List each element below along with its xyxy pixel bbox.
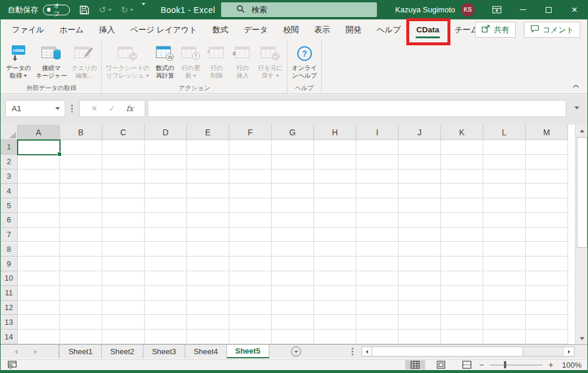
formula-input[interactable] xyxy=(148,100,566,117)
save-icon[interactable] xyxy=(79,5,89,15)
row-header-10[interactable]: 10 xyxy=(1,271,18,286)
tab-データ[interactable]: データ xyxy=(236,19,275,40)
zoom-level[interactable]: 100% xyxy=(559,361,582,369)
formula-bar-handle-icon[interactable] xyxy=(71,105,73,112)
tab-ホーム[interactable]: ホーム xyxy=(52,19,91,40)
column-header-M[interactable]: M xyxy=(526,125,568,140)
page-layout-view-icon xyxy=(436,361,446,369)
redo-button[interactable]: ↻ xyxy=(121,5,134,15)
horizontal-scrollbar-track[interactable] xyxy=(523,347,564,356)
row-header-4[interactable]: 4 xyxy=(1,184,18,198)
row-header-14[interactable]: 14 xyxy=(1,329,18,344)
vertical-scrollbar-thumb[interactable] xyxy=(577,137,587,248)
page-layout-view-button[interactable] xyxy=(431,360,451,369)
sheetbar-resize-handle-icon[interactable] xyxy=(352,348,353,355)
row-header-7[interactable]: 7 xyxy=(1,228,18,242)
normal-view-button[interactable] xyxy=(405,360,425,369)
cancel-icon[interactable]: ✕ xyxy=(91,104,98,113)
scroll-up-icon[interactable] xyxy=(576,125,588,136)
tab-校閲[interactable]: 校閲 xyxy=(276,19,307,40)
column-header-F[interactable]: F xyxy=(229,125,272,140)
ribbon-button-online-help[interactable]: ?オンラインヘルプ xyxy=(289,42,319,79)
formula-buttons: ✕ ✓ fx xyxy=(79,100,145,117)
zoom-in-icon[interactable]: + xyxy=(549,360,553,369)
column-header-A[interactable]: A xyxy=(18,125,60,140)
autosave-toggle[interactable]: オフ xyxy=(43,5,70,15)
undo-button[interactable]: ↺ xyxy=(99,5,112,15)
horizontal-scrollbar[interactable] xyxy=(362,347,574,357)
ribbon-button-recalculate-formulas[interactable]: fx数式の再計算 xyxy=(152,42,178,79)
row-header-9[interactable]: 9 xyxy=(1,257,18,271)
column-header-C[interactable]: C xyxy=(102,125,145,140)
zoom-slider-thumb[interactable] xyxy=(504,361,506,368)
sheet-tab-sheet5[interactable]: Sheet5 xyxy=(227,345,269,358)
tab-表示[interactable]: 表示 xyxy=(307,19,338,40)
tab-挿入[interactable]: 挿入 xyxy=(91,19,122,40)
sheet-tab-sheet4[interactable]: Sheet4 xyxy=(185,345,227,358)
ribbon-button-connection-manager[interactable]: 接続マネージャー xyxy=(34,42,69,79)
user-name[interactable]: Kazuya Sugimoto xyxy=(395,5,455,14)
ribbon-button-label: クエリの xyxy=(72,64,97,72)
page-break-preview-button[interactable] xyxy=(457,360,477,369)
column-header-B[interactable]: B xyxy=(60,125,102,140)
scroll-right-icon[interactable] xyxy=(564,347,574,356)
minimize-button[interactable] xyxy=(510,0,536,19)
zoom-slider[interactable] xyxy=(490,361,543,368)
new-sheet-button[interactable]: + xyxy=(291,347,301,357)
row-header-1[interactable]: 1 xyxy=(1,140,18,155)
grid-cells[interactable] xyxy=(18,140,569,344)
expand-formula-bar-icon[interactable] xyxy=(574,106,579,109)
tab-開発[interactable]: 開発 xyxy=(338,19,369,40)
column-header-D[interactable]: D xyxy=(145,125,187,140)
column-header-K[interactable]: K xyxy=(441,125,483,140)
avatar[interactable]: KS xyxy=(461,3,475,16)
next-sheet-icon[interactable] xyxy=(34,349,37,354)
sheet-tab-sheet1[interactable]: Sheet1 xyxy=(60,345,102,358)
column-header-J[interactable]: J xyxy=(399,125,441,140)
previous-sheet-icon[interactable] xyxy=(15,349,18,354)
maximize-button[interactable] xyxy=(536,0,562,19)
column-header-H[interactable]: H xyxy=(314,125,356,140)
formula-bar-row: A1 ✕ ✓ fx xyxy=(1,95,587,125)
ribbon-button-cdata-get-data[interactable]: cdataデータの取得 xyxy=(4,42,34,79)
row-header-3[interactable]: 3 xyxy=(1,169,18,184)
row-header-13[interactable]: 13 xyxy=(1,315,18,329)
undo-dropdown-icon[interactable] xyxy=(108,9,112,11)
sheet-tab-sheet2[interactable]: Sheet2 xyxy=(102,345,143,358)
scroll-down-icon[interactable] xyxy=(576,332,588,344)
tab-数式[interactable]: 数式 xyxy=(205,19,236,40)
comments-button[interactable]: コメント xyxy=(524,22,580,38)
ribbon-display-options-icon[interactable] xyxy=(484,0,510,19)
svg-text:*: * xyxy=(207,48,210,57)
sheet-tab-sheet3[interactable]: Sheet3 xyxy=(143,345,185,358)
column-header-L[interactable]: L xyxy=(483,125,526,140)
name-box-dropdown-icon[interactable] xyxy=(55,107,60,110)
close-button[interactable]: × xyxy=(562,0,587,19)
row-header-6[interactable]: 6 xyxy=(1,213,18,228)
column-header-G[interactable]: G xyxy=(272,125,314,140)
zoom-out-icon[interactable]: − xyxy=(479,360,484,369)
column-header-E[interactable]: E xyxy=(187,125,229,140)
tab-ファイル[interactable]: ファイル xyxy=(4,19,52,40)
row-header-12[interactable]: 12 xyxy=(1,301,18,315)
quick-access-chevron-icon[interactable] xyxy=(142,5,145,14)
row-header-2[interactable]: 2 xyxy=(1,155,18,169)
column-header-I[interactable]: I xyxy=(356,125,399,140)
name-box[interactable]: A1 xyxy=(5,100,65,117)
redo-dropdown-icon[interactable] xyxy=(130,9,133,11)
scroll-left-icon[interactable] xyxy=(362,347,372,356)
row-header-8[interactable]: 8 xyxy=(1,242,18,257)
enter-icon[interactable]: ✓ xyxy=(109,104,115,113)
tab-ページ レイアウト[interactable]: ページ レイアウト xyxy=(122,19,205,40)
tab-ヘルプ[interactable]: ヘルプ xyxy=(369,19,409,40)
row-header-11[interactable]: 11 xyxy=(1,286,18,301)
collapse-ribbon-icon[interactable] xyxy=(573,80,579,91)
share-button[interactable]: 共有 xyxy=(475,22,516,38)
row-header-5[interactable]: 5 xyxy=(1,198,18,213)
select-all-corner[interactable] xyxy=(1,125,18,140)
search-input[interactable]: 検索 xyxy=(221,2,377,17)
insert-function-icon[interactable]: fx xyxy=(126,104,133,113)
vertical-scrollbar[interactable] xyxy=(575,125,588,344)
tab-CData[interactable]: CData xyxy=(409,19,447,40)
horizontal-scrollbar-thumb[interactable] xyxy=(372,347,523,356)
